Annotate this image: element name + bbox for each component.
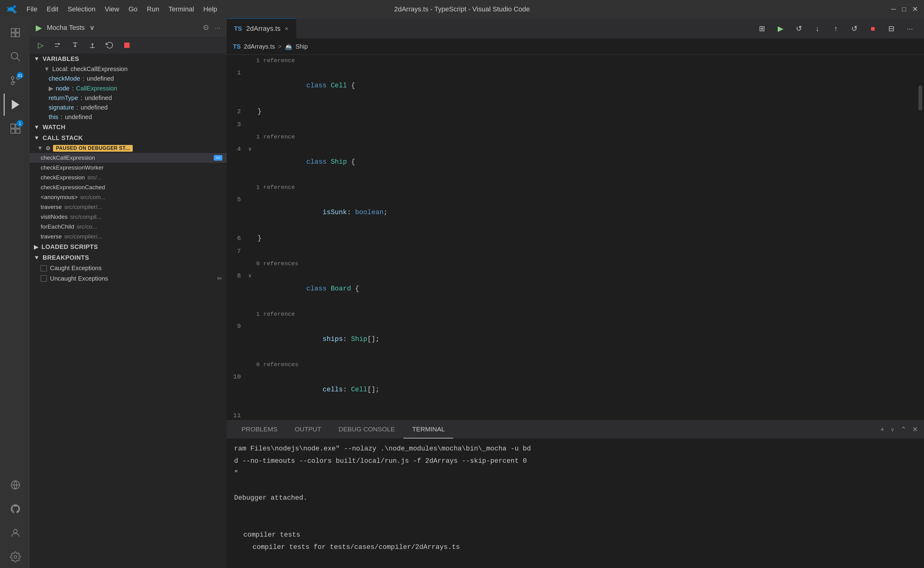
var-checkMode[interactable]: checkMode: undefined <box>30 74 227 83</box>
title-menu: File Edit Selection View Go Run Terminal… <box>26 5 217 13</box>
activity-item-explorer[interactable] <box>4 21 26 44</box>
loaded-scripts-chevron: ▶ <box>34 244 38 251</box>
stop-button[interactable] <box>119 37 135 53</box>
loaded-scripts-header[interactable]: ▶ LOADED SCRIPTS <box>30 242 227 252</box>
variables-header[interactable]: ▼ VARIABLES <box>30 54 227 64</box>
editor-scrollbar[interactable] <box>916 55 924 420</box>
ref-hint-5: 1 reference <box>227 181 916 193</box>
var-this[interactable]: this: undefined <box>30 112 227 122</box>
continue-button[interactable]: ▷ <box>33 37 48 53</box>
breadcrumb: TS 2dArrays.ts > 🚢 Ship <box>227 39 924 55</box>
call-stack-visitNodes[interactable]: visitNodes src/compil... <box>30 212 227 222</box>
breadcrumb-ship-label[interactable]: Ship <box>295 43 308 50</box>
restart-button[interactable] <box>101 37 118 53</box>
panel-maximize-button[interactable]: ⌃ <box>901 426 906 434</box>
panel-close-button[interactable]: ✕ <box>912 426 918 434</box>
watch-header[interactable]: ▼ WATCH <box>30 122 227 133</box>
debug-play-icon[interactable]: ▶ <box>773 21 788 36</box>
menu-go[interactable]: Go <box>129 5 137 13</box>
menu-help[interactable]: Help <box>203 5 217 13</box>
debug-more-icon[interactable]: ··· <box>214 23 221 32</box>
ref-hint-9: 1 reference <box>227 308 916 320</box>
svg-point-8 <box>11 82 14 85</box>
tab-problems[interactable]: PROBLEMS <box>233 421 286 438</box>
edit-breakpoint-icon[interactable]: ✏ <box>217 275 223 282</box>
call-stack-checkCallExpression[interactable]: checkCallExpression == <box>30 153 227 163</box>
call-stack-checkExpressionCached[interactable]: checkExpressionCached <box>30 183 227 192</box>
tab-output[interactable]: OUTPUT <box>286 421 330 438</box>
activity-item-debug[interactable] <box>4 94 26 116</box>
maximize-button[interactable]: □ <box>902 5 906 13</box>
uncaught-exceptions-checkbox[interactable] <box>41 275 47 281</box>
var-signature[interactable]: signature: undefined <box>30 103 227 112</box>
activity-item-scm[interactable]: 41 <box>4 69 26 92</box>
more-editor-icon[interactable]: ··· <box>902 21 918 36</box>
minimize-button[interactable]: ─ <box>891 5 896 13</box>
panel-tab-list: PROBLEMS OUTPUT DEBUG CONSOLE TERMINAL <box>233 421 453 438</box>
debug-settings-icon[interactable]: ⚙ <box>203 23 209 32</box>
editor-area: TS 2dArrays.ts × ⊞ ▶ ↺ ↓ ↑ ↺ ■ ⊟ ··· TS … <box>227 18 924 568</box>
close-button[interactable]: ✕ <box>912 5 918 13</box>
refresh-icon[interactable]: ↺ <box>791 21 807 36</box>
svg-line-5 <box>17 58 20 62</box>
scm-badge: 41 <box>17 72 23 79</box>
uncaught-exceptions-label: Uncaught Exceptions <box>50 275 108 282</box>
menu-selection[interactable]: Selection <box>67 5 95 13</box>
code-area[interactable]: 1 reference 1 class Cell { 2 } 3 <box>227 55 916 420</box>
thread-item[interactable]: ▼ ⚙ PAUSED ON DEBUGGER ST... <box>30 144 227 153</box>
tab-close-button[interactable]: × <box>285 25 289 32</box>
terminal-line-compiler: compiler tests <box>234 529 916 541</box>
split-editor-icon[interactable]: ⊟ <box>883 21 899 36</box>
tab-terminal[interactable]: TERMINAL <box>403 421 453 438</box>
breakpoint-uncaught[interactable]: Uncaught Exceptions ✏ <box>30 273 227 284</box>
step-over-button[interactable] <box>50 37 66 53</box>
call-stack-checkExpressionWorker[interactable]: checkExpressionWorker <box>30 163 227 172</box>
var-returnType[interactable]: returnType: undefined <box>30 93 227 103</box>
menu-terminal[interactable]: Terminal <box>168 5 194 13</box>
scrollbar-thumb <box>918 86 922 110</box>
caught-exceptions-checkbox[interactable] <box>41 265 47 271</box>
ref-hint-1: 1 reference <box>227 55 916 66</box>
call-stack-checkExpression[interactable]: checkExpression src/... <box>30 172 227 183</box>
svg-rect-1 <box>16 29 20 32</box>
menu-file[interactable]: File <box>26 5 37 13</box>
activity-item-search[interactable] <box>4 45 26 68</box>
svg-point-6 <box>11 77 14 79</box>
step-into-button[interactable] <box>67 37 83 53</box>
tab-2dArrays[interactable]: TS 2dArrays.ts × <box>227 18 296 39</box>
call-stack-traverse2[interactable]: traverse src/compiler/... <box>30 232 227 242</box>
var-node[interactable]: ▶ node: CallExpression <box>30 83 227 93</box>
local-checkCallExpression[interactable]: ▼ Local: checkCallExpression <box>30 64 227 74</box>
breakpoints-header[interactable]: ▼ BREAKPOINTS <box>30 252 227 263</box>
menu-edit[interactable]: Edit <box>47 5 58 13</box>
menu-view[interactable]: View <box>105 5 119 13</box>
debug-chevron[interactable]: ∨ <box>89 24 95 32</box>
activity-item-account[interactable] <box>4 522 26 544</box>
activity-item-github[interactable] <box>4 498 26 520</box>
activity-item-remote[interactable] <box>4 474 26 496</box>
activity-item-extensions[interactable]: 1 <box>4 118 26 140</box>
step-out-button[interactable] <box>84 37 100 53</box>
breadcrumb-filename[interactable]: 2dArrays.ts <box>244 43 275 50</box>
restart-editor-icon[interactable]: ↺ <box>847 21 862 36</box>
call-stack-traverse1[interactable]: traverse src/compiler/... <box>30 202 227 212</box>
terminal-content[interactable]: ram Files\nodejs\node.exe" --nolazy .\no… <box>227 438 924 568</box>
step-up-icon[interactable]: ↑ <box>828 21 844 36</box>
code-line-8: 8 ∨ class Board { <box>227 270 916 308</box>
debug-run-icon[interactable]: ▶ <box>36 23 42 33</box>
call-stack-header[interactable]: ▼ CALL STACK <box>30 133 227 144</box>
debug-run-area: ▶ Mocha Tests ∨ ⚙ ··· <box>30 18 227 37</box>
svg-rect-3 <box>16 33 20 37</box>
activity-item-settings[interactable] <box>4 546 26 568</box>
menu-run[interactable]: Run <box>147 5 159 13</box>
panel-dropdown-arrow[interactable]: ∨ <box>891 426 894 433</box>
stop-editor-icon[interactable]: ■ <box>865 21 881 36</box>
breakpoint-caught[interactable]: Caught Exceptions <box>30 263 227 273</box>
layout-icon[interactable]: ⊞ <box>754 21 770 36</box>
call-stack-forEachChild[interactable]: forEachChild src/co... <box>30 222 227 232</box>
svg-rect-18 <box>124 42 129 48</box>
tab-debug-console[interactable]: DEBUG CONSOLE <box>330 421 403 438</box>
panel-add-button[interactable]: + <box>880 426 884 434</box>
step-over-editor-icon[interactable]: ↓ <box>809 21 826 36</box>
call-stack-anonymous[interactable]: <anonymous> src/com... <box>30 192 227 202</box>
